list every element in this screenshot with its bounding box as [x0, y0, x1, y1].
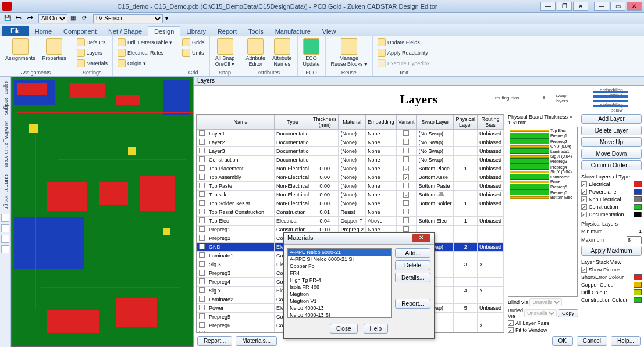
swatch-copper[interactable] [634, 282, 642, 288]
max-input[interactable] [627, 236, 642, 244]
eco-button[interactable]: ECO Update [300, 37, 323, 68]
defaults-button[interactable]: Defaults [74, 37, 108, 48]
table-row[interactable]: Layer1Documentatio(None)None(No Swap)Unb… [197, 130, 503, 138]
tab-tools[interactable]: Tools [243, 27, 269, 36]
add-layer-button[interactable]: Add Layer [581, 114, 642, 124]
properties-button[interactable]: Properties [40, 37, 69, 62]
list-item[interactable]: Copper Foil [288, 263, 391, 270]
copy-button[interactable]: Copy [558, 309, 578, 317]
inner-restore-button[interactable]: ❐ [557, 2, 572, 11]
side-tool-icon[interactable] [1, 224, 9, 232]
3dview-tab[interactable]: 3DView_X:On Y:On [1, 119, 9, 170]
attr-editor-button[interactable]: Attribute Editor [243, 37, 268, 68]
elec-rules-button[interactable]: Electrical Rules [115, 48, 166, 58]
tab-home[interactable]: Home [29, 27, 58, 36]
maximize-button[interactable]: ▭ [610, 2, 625, 11]
close-button[interactable]: ✕ [627, 2, 642, 11]
tab-report[interactable]: Report [212, 27, 243, 36]
table-row[interactable]: ConstructionDocumentatio(None)None(No Sw… [197, 156, 503, 164]
tab-design[interactable]: Design [148, 26, 180, 36]
tab-manufacture[interactable]: Manufacture [269, 27, 316, 36]
table-row[interactable]: Top PlacementNon-Electrical0.00(None)Non… [197, 164, 503, 173]
cancel-button[interactable]: Cancel [577, 336, 607, 346]
side-tool-icon[interactable] [1, 235, 9, 243]
reuse-blocks-button[interactable]: Manage Reuse Blocks ▾ [328, 37, 371, 68]
swatch-cons[interactable] [634, 297, 642, 303]
save-icon[interactable]: 💾 [3, 14, 13, 23]
show-doc-checkbox[interactable] [581, 212, 587, 217]
materials-button[interactable]: Materials [74, 58, 111, 69]
materials-dlg-button[interactable]: Materials... [236, 336, 277, 346]
list-item[interactable]: Megtron V1 [288, 298, 391, 305]
undo-icon[interactable]: ⮪ [15, 14, 24, 23]
table-row[interactable]: Top Solder ResistNon-Electrical0.00(None… [197, 199, 503, 208]
materials-help-button[interactable]: Help [364, 324, 389, 334]
units-button[interactable]: Units [180, 48, 207, 58]
minimize-button[interactable]: — [594, 2, 609, 11]
grids-button[interactable]: Grids [180, 37, 207, 48]
delete-layer-button[interactable]: Delete Layer [581, 126, 642, 135]
materials-report-button[interactable]: Report... [395, 299, 430, 309]
table-row[interactable]: Top PasteNon-Electrical0.00(None)NoneBot… [197, 182, 503, 191]
apply-max-button[interactable]: Apply Maximum [581, 246, 642, 256]
all-layer-pairs-checkbox[interactable] [508, 320, 514, 326]
show-powerplane-checkbox[interactable] [581, 189, 587, 195]
list-item[interactable]: Nelco 4000-13 [288, 305, 391, 312]
snap-button[interactable]: All Snap On/Off ▾ [212, 37, 238, 68]
tab-netshape[interactable]: Net / Shape [102, 27, 148, 36]
swatch-drill[interactable] [634, 289, 642, 295]
visibility-select[interactable]: All On [38, 14, 67, 23]
move-up-button[interactable]: Move Up [581, 137, 642, 147]
inner-close-button[interactable]: ✕ [573, 2, 588, 11]
redo-icon[interactable]: ⮫ [27, 14, 36, 23]
show-nonelec-checkbox[interactable] [581, 196, 587, 202]
dialog-close-button[interactable]: ✕ [412, 234, 430, 242]
report-button[interactable]: Report... [197, 336, 232, 346]
update-fields-button[interactable]: Update Fields [375, 37, 422, 48]
list-item[interactable]: A-PPE SI Nelco 6000-21 SI [288, 256, 391, 263]
origin-button[interactable]: Origin ▾ [115, 58, 148, 69]
table-row[interactable]: Top silkNon-Electrical0.00(None)NoneBott… [197, 191, 503, 199]
tab-view[interactable]: View [316, 27, 342, 36]
show-construction-checkbox[interactable] [581, 204, 587, 210]
list-item[interactable]: Megtron [288, 291, 391, 298]
materials-details-button[interactable]: Details... [395, 273, 430, 282]
assignments-button[interactable]: Assignments [2, 37, 38, 62]
table-row[interactable]: Layer2Documentatio(None)None(No Swap)Unb… [197, 138, 503, 147]
list-item[interactable]: Isola FR 408 [288, 284, 391, 291]
materials-delete-button[interactable]: Delete [395, 260, 430, 270]
help-button[interactable]: Help... [611, 336, 641, 346]
table-row[interactable]: Top AssemblyNon-Electrical0.00(None)None… [197, 173, 503, 182]
list-item[interactable]: A-PPE Nelco 6000-21 [288, 249, 391, 256]
pcb-canvas[interactable] [11, 77, 193, 347]
current-design-tab[interactable]: Current Design [1, 172, 9, 212]
drill-button[interactable]: Drill Letters/Table ▾ [115, 37, 175, 48]
table-row[interactable]: Layer3Documentatio(None)None(No Swap)Unb… [197, 147, 503, 156]
open-designs-tab[interactable]: Open Designs [1, 79, 9, 117]
tab-component[interactable]: Component [58, 27, 102, 36]
attr-names-button[interactable]: Attribute Names [269, 37, 295, 68]
list-item[interactable]: FR4 [288, 270, 391, 277]
column-order-button[interactable]: Column Order... [581, 160, 642, 170]
sensor-select[interactable]: LV Sensor [93, 14, 163, 23]
table-row[interactable]: Top Resist ConstructionConstruction0.01R… [197, 208, 503, 217]
layers-button[interactable]: Layers [74, 48, 105, 58]
move-down-button[interactable]: Move Down [581, 149, 642, 159]
readability-button[interactable]: Apply Readability [375, 48, 430, 58]
fit-window-checkbox[interactable] [508, 327, 514, 333]
ok-button[interactable]: OK [552, 336, 573, 346]
materials-add-button[interactable]: Add... [395, 248, 430, 258]
qa-expand-icon[interactable]: ▾ [165, 15, 168, 22]
show-electrical-checkbox[interactable] [581, 181, 587, 187]
materials-list[interactable]: A-PPE Nelco 6000-21A-PPE SI Nelco 6000-2… [287, 248, 392, 318]
tab-file[interactable]: File [2, 26, 29, 36]
list-item[interactable]: High Tg FR-4 [288, 277, 391, 284]
show-picture-checkbox[interactable] [581, 267, 587, 273]
refresh-icon[interactable]: ⟳ [81, 14, 91, 23]
list-item[interactable]: Nelco 4000-13 SI [288, 312, 391, 318]
table-row[interactable]: Top ElecElectrical0.04Copper FAboveBotto… [197, 217, 503, 226]
layer-icon[interactable]: ▦ [70, 14, 79, 23]
side-tool-icon[interactable] [1, 214, 9, 222]
inner-minimize-button[interactable]: — [540, 2, 556, 11]
side-tool-icon[interactable] [1, 245, 9, 253]
